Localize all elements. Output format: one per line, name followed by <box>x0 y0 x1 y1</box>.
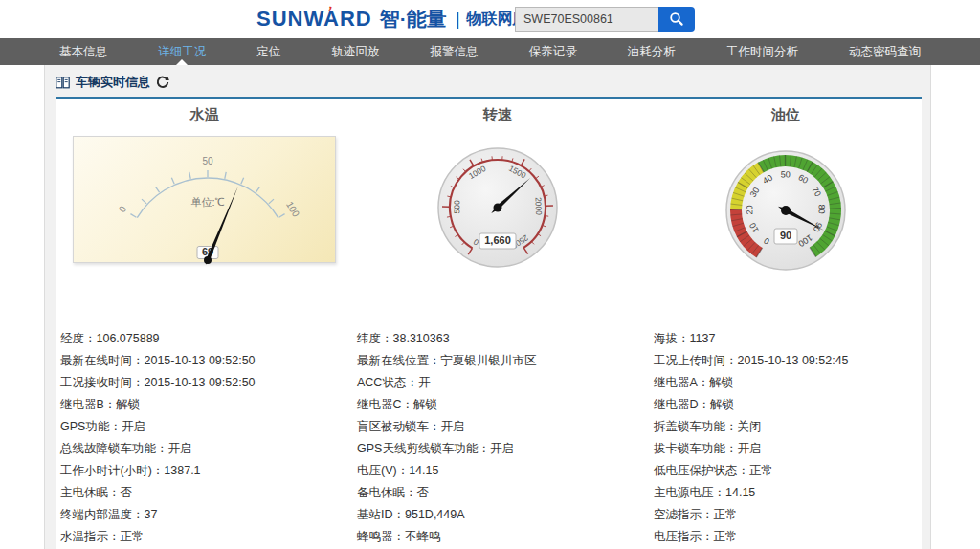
info-row: 继电器A：解锁 <box>654 372 941 394</box>
info-row: 继电器D：解锁 <box>654 394 941 416</box>
info-row: 拆盖锁车功能：关闭 <box>654 416 941 438</box>
info-row: 低电压保护状态：正常 <box>654 460 941 482</box>
realtime-info-card: 水温 转速 油位 050100单位:℃69 050010001500200025… <box>56 97 922 549</box>
water-temp-gauge: 050100单位:℃69 <box>74 137 337 264</box>
section-title: 车辆实时信息 <box>76 74 150 91</box>
info-row: 海拔：1137 <box>654 328 941 350</box>
logo-brand-text: 智·能量 <box>380 6 447 33</box>
info-row: 经度：106.075889 <box>60 328 347 350</box>
info-row: 主电源电压：14.15 <box>654 482 941 504</box>
info-row: 纬度：38.310363 <box>357 328 644 350</box>
water-temp-gauge-panel: 050100单位:℃69 <box>73 136 336 263</box>
info-column-1: 经度：106.075889最新在线时间：2015-10-13 09:52:50工… <box>60 328 347 548</box>
search-input[interactable] <box>515 7 658 32</box>
nav-tab-4[interactable]: 报警信息 <box>431 38 479 65</box>
svg-text:单位:℃: 单位:℃ <box>190 196 224 208</box>
fuel-gauge: 010203040506070809010090 <box>716 143 856 289</box>
gauge-title-water-temp: 水温 <box>73 106 336 124</box>
svg-text:0: 0 <box>117 204 129 214</box>
page-container: 车辆实时信息 水温 转速 油位 050100单位:℃69 05001000150… <box>44 65 931 549</box>
info-row: 继电器B：解锁 <box>60 394 347 416</box>
nav-tab-5[interactable]: 保养记录 <box>529 38 577 65</box>
svg-text:90: 90 <box>780 230 791 241</box>
info-row: 主电休眠：否 <box>60 482 347 504</box>
info-row: 工况接收时间：2015-10-13 09:52:50 <box>60 372 347 394</box>
info-row: 最新在线时间：2015-10-13 09:52:50 <box>60 350 347 372</box>
info-row: 继电器C：解锁 <box>357 394 644 416</box>
info-row: 水温指示：正常 <box>60 526 347 548</box>
info-row: 备电休眠：否 <box>357 482 644 504</box>
info-row: GPS功能：开启 <box>60 416 347 438</box>
top-header: SUNWARD ’ 智·能量 | 物联网服务平台 <box>0 0 980 38</box>
section-header: 车辆实时信息 <box>56 73 169 92</box>
info-row: 工作小时计(小时)：1387.1 <box>60 460 347 482</box>
refresh-icon[interactable] <box>156 76 169 89</box>
nav-tab-1[interactable]: 详细工况 <box>158 38 206 65</box>
book-icon <box>56 77 70 89</box>
info-row: GPS天线剪线锁车功能：开启 <box>357 438 644 460</box>
svg-text:100: 100 <box>284 200 301 219</box>
search-bar <box>515 7 695 32</box>
svg-text:1,660: 1,660 <box>484 234 511 246</box>
nav-tab-8[interactable]: 动态密码查询 <box>849 38 921 65</box>
nav-tab-2[interactable]: 定位 <box>256 38 280 65</box>
nav-tab-0[interactable]: 基本信息 <box>59 38 107 65</box>
svg-text:50: 50 <box>781 169 791 179</box>
svg-text:500: 500 <box>452 200 461 214</box>
info-row: 总线故障锁车功能：开启 <box>60 438 347 460</box>
logo-divider: | <box>456 9 460 30</box>
svg-text:50: 50 <box>202 156 213 166</box>
info-row: 拔卡锁车功能：开启 <box>654 438 941 460</box>
gauge-title-fuel: 油位 <box>716 106 856 124</box>
info-column-2: 纬度：38.310363最新在线位置：宁夏银川银川市区ACC状态：开继电器C：解… <box>357 328 644 548</box>
info-row: 终端内部温度：37 <box>60 504 347 526</box>
svg-text:2000: 2000 <box>533 197 544 216</box>
info-row: 蜂鸣器：不蜂鸣 <box>357 526 644 548</box>
search-icon <box>669 11 684 27</box>
info-row: ACC状态：开 <box>357 372 644 394</box>
info-row: 空滤指示：正常 <box>654 504 941 526</box>
nav-tab-7[interactable]: 工作时间分析 <box>726 38 798 65</box>
svg-text:80: 80 <box>816 205 826 214</box>
main-nav: 基本信息详细工况定位轨迹回放报警信息保养记录油耗分析工作时间分析动态密码查询 <box>0 38 980 65</box>
svg-text:20: 20 <box>745 205 754 214</box>
info-row: 基站ID：951D,449A <box>357 504 644 526</box>
gauge-title-rpm: 转速 <box>428 106 568 124</box>
info-column-3: 海拔：1137工况上传时间：2015-10-13 09:52:45继电器A：解锁… <box>654 328 941 548</box>
nav-tab-6[interactable]: 油耗分析 <box>628 38 676 65</box>
rpm-gauge: 050010001500200025001,660 <box>428 141 568 286</box>
info-row: 电压(V)：14.15 <box>357 460 644 482</box>
nav-tab-3[interactable]: 轨迹回放 <box>331 38 379 65</box>
search-button[interactable] <box>658 7 695 32</box>
info-row: 工况上传时间：2015-10-13 09:52:45 <box>654 350 941 372</box>
info-row: 最新在线位置：宁夏银川银川市区 <box>357 350 644 372</box>
info-row: 盲区被动锁车：开启 <box>357 416 644 438</box>
info-row: 电压指示：正常 <box>654 526 941 548</box>
logo-sunward-text: SUNWARD <box>256 7 372 32</box>
